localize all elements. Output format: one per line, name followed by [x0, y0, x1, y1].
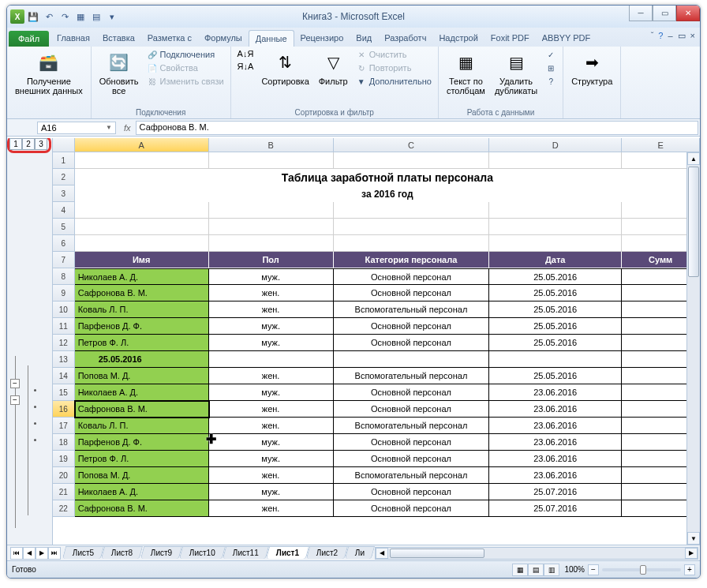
scroll-down-button[interactable]: ▼ [687, 532, 700, 545]
sheet-tab[interactable]: Лист2 [306, 546, 349, 559]
row-header[interactable]: 5 [53, 219, 75, 235]
row-header[interactable]: 18 [53, 434, 75, 451]
col-header-B[interactable]: B [209, 138, 334, 152]
sex-cell[interactable]: муж. [209, 384, 334, 401]
cell[interactable] [489, 152, 622, 169]
horizontal-scrollbar[interactable]: ◀ ▶ [375, 547, 698, 560]
zoom-out-button[interactable]: − [588, 564, 599, 575]
name-cell[interactable]: Сафронова В. М. [75, 285, 209, 301]
sheet-tab[interactable]: Лист1 [265, 546, 309, 559]
row-header[interactable]: 17 [53, 418, 75, 434]
cell[interactable] [75, 152, 209, 169]
ribbon-tab-6[interactable]: Вид [350, 30, 378, 47]
table-header[interactable]: Категория персонала [334, 252, 490, 268]
namebox-dropdown-icon[interactable]: ▼ [106, 124, 112, 131]
cell[interactable] [209, 219, 334, 235]
table-header[interactable]: Пол [209, 252, 334, 268]
name-cell[interactable]: 25.05.2016 [75, 351, 209, 368]
cell[interactable] [334, 202, 490, 219]
date-cell[interactable]: 25.05.2016 [489, 335, 622, 351]
date-cell[interactable]: 23.06.2016 [489, 434, 622, 451]
formula-input[interactable]: Сафронова В. М. [136, 121, 698, 135]
sex-cell[interactable]: муж. [209, 335, 334, 351]
date-cell[interactable]: 25.07.2016 [489, 484, 622, 500]
sheet-tab[interactable]: Лист10 [179, 546, 226, 559]
zoom-in-button[interactable]: + [684, 564, 695, 575]
remove-duplicates-button[interactable]: ▤ Удалить дубликаты [492, 48, 541, 97]
row-header[interactable]: 2 [53, 169, 75, 185]
ribbon-minimize-icon[interactable]: ˇ [651, 31, 654, 41]
sex-cell[interactable]: жен. [209, 368, 334, 384]
cell[interactable] [75, 219, 209, 235]
sort-button[interactable]: ⇅ Сортировка [258, 48, 312, 88]
sex-cell[interactable]: жен. [209, 285, 334, 301]
cell[interactable] [75, 235, 209, 252]
date-cell[interactable]: 25.05.2016 [489, 301, 622, 318]
date-cell[interactable]: 23.06.2016 [489, 384, 622, 401]
date-cell[interactable] [489, 351, 622, 368]
date-cell[interactable]: 25.05.2016 [489, 318, 622, 335]
workbook-min-icon[interactable]: – [668, 31, 672, 41]
category-cell[interactable] [334, 351, 489, 368]
qat-undo[interactable]: ↶ [42, 9, 56, 24]
category-cell[interactable]: Основной персонал [334, 268, 490, 285]
worksheet[interactable]: A B C D E 12Таблица заработной платы пер… [53, 138, 700, 545]
cell[interactable] [209, 152, 334, 169]
row-header[interactable]: 4 [53, 202, 75, 219]
ribbon-tab-3[interactable]: Формулы [198, 30, 249, 47]
qat-btn2[interactable]: ▤ [89, 9, 103, 24]
sheet-tab[interactable]: Лист9 [140, 546, 182, 559]
advanced-filter-button[interactable]: ▼Дополнительно [354, 75, 433, 88]
name-cell[interactable]: Коваль Л. П. [75, 418, 209, 434]
name-box[interactable]: A16▼ [37, 122, 116, 134]
row-header[interactable]: 8 [53, 268, 75, 285]
reapply-button[interactable]: ↻Повторить [354, 62, 433, 74]
tab-nav-last[interactable]: ⏭ [48, 547, 61, 560]
ribbon-tab-2[interactable]: Разметка с [141, 30, 198, 47]
name-cell[interactable]: Николаев А. Д. [75, 384, 209, 401]
vscroll-thumb[interactable] [688, 167, 699, 277]
connections-button[interactable]: 🔗Подключения [145, 48, 226, 61]
sex-cell[interactable]: муж. [209, 318, 334, 335]
maximize-button[interactable]: ▭ [653, 6, 676, 21]
sex-cell[interactable]: жен. [209, 467, 334, 484]
col-header-D[interactable]: D [489, 138, 622, 152]
row-header[interactable]: 16 [53, 401, 75, 418]
fx-icon[interactable]: fx [119, 123, 136, 133]
ribbon-tab-10[interactable]: ABBYY PDF [536, 30, 597, 47]
qat-btn1[interactable]: ▦ [73, 9, 88, 24]
row-header[interactable]: 9 [53, 285, 75, 301]
name-cell[interactable]: Сафронова В. М. [75, 500, 209, 517]
cell[interactable] [209, 235, 334, 252]
category-cell[interactable]: Основной персонал [334, 500, 490, 517]
name-cell[interactable]: Парфенов Д. Ф. [75, 318, 209, 335]
cell[interactable] [334, 152, 490, 169]
tab-nav-next[interactable]: ▶ [36, 547, 48, 560]
name-cell[interactable]: Коваль Л. П. [75, 301, 209, 318]
minimize-button[interactable]: ─ [629, 6, 653, 21]
sort-az-button[interactable]: А↓Я [236, 48, 256, 59]
sex-cell[interactable] [209, 351, 334, 368]
outline-collapse-2[interactable]: − [10, 379, 20, 388]
sex-cell[interactable]: муж. [209, 434, 334, 451]
row-header[interactable]: 10 [53, 301, 75, 318]
row-header[interactable]: 6 [53, 235, 75, 252]
date-cell[interactable]: 23.06.2016 [489, 467, 622, 484]
category-cell[interactable]: Основной персонал [334, 335, 490, 351]
zoom-level[interactable]: 100% [564, 565, 585, 574]
qat-dropdown[interactable]: ▾ [105, 9, 119, 24]
scroll-up-button[interactable]: ▲ [687, 152, 700, 165]
sheet-tab[interactable]: Ли [345, 546, 375, 559]
name-cell[interactable]: Попова М. Д. [75, 368, 209, 384]
row-header[interactable]: 19 [53, 451, 75, 467]
cell[interactable] [489, 235, 622, 252]
sheet-tab[interactable]: Лист11 [223, 546, 269, 559]
vertical-scrollbar[interactable]: ▲ ▼ [686, 152, 700, 545]
get-external-data-button[interactable]: 🗃️ Получение внешних данных [12, 48, 86, 97]
sort-za-button[interactable]: Я↓А [236, 61, 256, 72]
category-cell[interactable]: Основной персонал [334, 318, 490, 335]
hscroll-left[interactable]: ◀ [376, 548, 388, 559]
date-cell[interactable]: 23.06.2016 [489, 401, 622, 418]
ribbon-tab-4[interactable]: Данные [249, 30, 294, 47]
ribbon-tab-7[interactable]: Разработч [378, 30, 432, 47]
